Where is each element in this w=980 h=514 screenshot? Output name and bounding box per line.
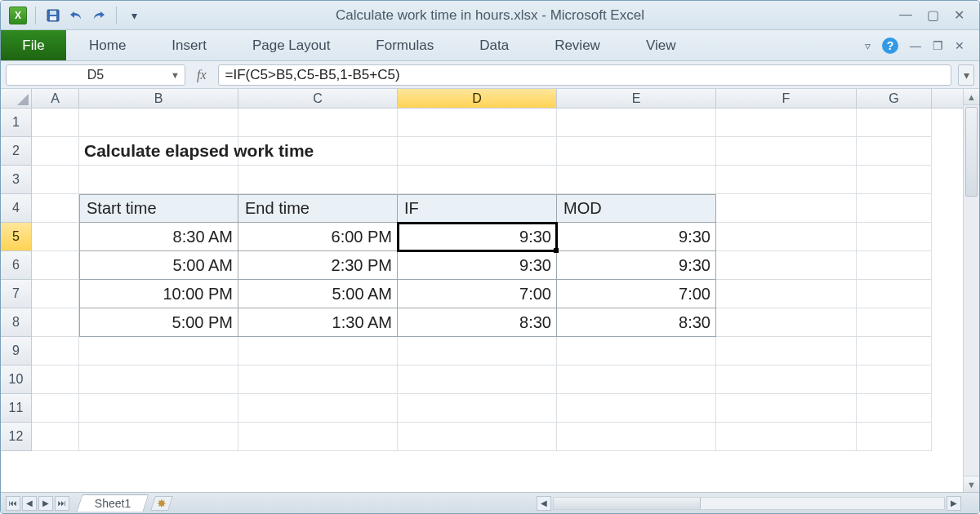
cell-D1[interactable] (398, 109, 557, 137)
cell-A8[interactable] (32, 308, 79, 337)
cell-C4[interactable]: End time (238, 194, 398, 223)
cell-B5[interactable]: 8:30 AM (79, 223, 238, 251)
cell-C12[interactable] (238, 423, 398, 451)
cell-G6[interactable] (857, 251, 932, 280)
file-tab[interactable]: File (1, 30, 66, 60)
row-header-8[interactable]: 8 (1, 308, 32, 337)
cell-F10[interactable] (716, 366, 857, 394)
cell-B6[interactable]: 5:00 AM (79, 251, 238, 280)
row-header-12[interactable]: 12 (1, 423, 32, 451)
cell-G2[interactable] (857, 137, 932, 166)
cell-A9[interactable] (32, 337, 79, 366)
cell-C8[interactable]: 1:30 AM (238, 308, 398, 337)
close-icon[interactable]: ✕ (954, 7, 964, 23)
cell-G3[interactable] (857, 166, 932, 194)
row-header-11[interactable]: 11 (1, 394, 32, 423)
cell-D2[interactable] (398, 137, 557, 166)
row-header-10[interactable]: 10 (1, 366, 32, 394)
scroll-thumb[interactable] (965, 107, 978, 197)
hscroll-track[interactable] (553, 497, 945, 510)
sheet-nav-first-icon[interactable]: ⏮ (6, 496, 20, 511)
cell-E3[interactable] (557, 166, 716, 194)
column-header-F[interactable]: F (716, 89, 857, 108)
vertical-scrollbar[interactable]: ▲ ▼ (963, 89, 979, 492)
cell-A10[interactable] (32, 366, 79, 394)
sheet-tab[interactable]: Sheet1 (77, 494, 149, 512)
cell-C1[interactable] (238, 109, 398, 137)
cell-D8[interactable]: 8:30 (398, 308, 557, 337)
ribbon-minimize-icon[interactable]: ▿ (865, 39, 871, 52)
column-header-A[interactable]: A (32, 89, 79, 108)
tab-data[interactable]: Data (457, 30, 532, 60)
name-box[interactable]: D5 ▼ (6, 64, 185, 86)
cell-C11[interactable] (238, 394, 398, 423)
cell-E6[interactable]: 9:30 (557, 251, 716, 280)
cell-A5[interactable] (32, 223, 79, 251)
cell-F11[interactable] (716, 394, 857, 423)
cell-D5[interactable]: 9:30 (398, 223, 557, 251)
tab-home[interactable]: Home (66, 30, 149, 60)
row-header-2[interactable]: 2 (1, 137, 32, 166)
cell-E4[interactable]: MOD (557, 194, 716, 223)
fx-icon[interactable]: fx (192, 68, 212, 82)
cell-C3[interactable] (238, 166, 398, 194)
hscroll-right-icon[interactable]: ▶ (947, 496, 961, 511)
cell-G10[interactable] (857, 366, 932, 394)
cell-B1[interactable] (79, 109, 238, 137)
tab-view[interactable]: View (623, 30, 699, 60)
cell-D3[interactable] (398, 166, 557, 194)
cell-F9[interactable] (716, 337, 857, 366)
cell-E10[interactable] (557, 366, 716, 394)
save-icon[interactable] (44, 7, 62, 24)
cell-E12[interactable] (557, 423, 716, 451)
row-header-1[interactable]: 1 (1, 109, 32, 137)
cell-D6[interactable]: 9:30 (398, 251, 557, 280)
cell-E8[interactable]: 8:30 (557, 308, 716, 337)
cell-F7[interactable] (716, 280, 857, 308)
hscroll-thumb[interactable] (554, 498, 701, 509)
cell-C6[interactable]: 2:30 PM (238, 251, 398, 280)
formula-input[interactable]: =IF(C5>B5,C5-B5,1-B5+C5) (218, 64, 951, 86)
scroll-up-icon[interactable]: ▲ (964, 89, 979, 105)
row-header-5[interactable]: 5 (1, 223, 32, 251)
tab-insert[interactable]: Insert (149, 30, 229, 60)
row-header-7[interactable]: 7 (1, 280, 32, 308)
mdi-restore-icon[interactable]: ❐ (933, 39, 943, 52)
grid-body[interactable]: 12Calculate elapsed work time34Start tim… (1, 109, 963, 492)
cell-G5[interactable] (857, 223, 932, 251)
cell-C10[interactable] (238, 366, 398, 394)
cell-B12[interactable] (79, 423, 238, 451)
cell-G9[interactable] (857, 337, 932, 366)
cell-D9[interactable] (398, 337, 557, 366)
cell-A12[interactable] (32, 423, 79, 451)
horizontal-scrollbar[interactable]: ◀ ▶ (537, 496, 979, 511)
tab-page-layout[interactable]: Page Layout (229, 30, 353, 60)
row-header-4[interactable]: 4 (1, 194, 32, 223)
redo-icon[interactable] (90, 7, 108, 24)
scroll-down-icon[interactable]: ▼ (964, 476, 979, 492)
cell-C5[interactable]: 6:00 PM (238, 223, 398, 251)
cell-G7[interactable] (857, 280, 932, 308)
cell-G11[interactable] (857, 394, 932, 423)
cell-D4[interactable]: IF (398, 194, 557, 223)
minimize-icon[interactable]: ― (899, 7, 912, 23)
sheet-nav-prev-icon[interactable]: ◀ (22, 496, 37, 511)
help-icon[interactable]: ? (882, 38, 898, 54)
hscroll-left-icon[interactable]: ◀ (537, 496, 551, 511)
customize-qat-icon[interactable]: ▾ (125, 7, 143, 24)
select-all-corner[interactable] (1, 89, 32, 108)
cell-C2[interactable] (238, 137, 398, 166)
cell-G8[interactable] (857, 308, 932, 337)
tab-review[interactable]: Review (532, 30, 623, 60)
row-header-3[interactable]: 3 (1, 166, 32, 194)
cell-E5[interactable]: 9:30 (557, 223, 716, 251)
cell-F1[interactable] (716, 109, 857, 137)
cell-D7[interactable]: 7:00 (398, 280, 557, 308)
cell-F4[interactable] (716, 194, 857, 223)
cell-B8[interactable]: 5:00 PM (79, 308, 238, 337)
tab-formulas[interactable]: Formulas (353, 30, 457, 60)
cell-D11[interactable] (398, 394, 557, 423)
mdi-close-icon[interactable]: ✕ (955, 39, 964, 52)
cell-B7[interactable]: 10:00 PM (79, 280, 238, 308)
cell-F5[interactable] (716, 223, 857, 251)
